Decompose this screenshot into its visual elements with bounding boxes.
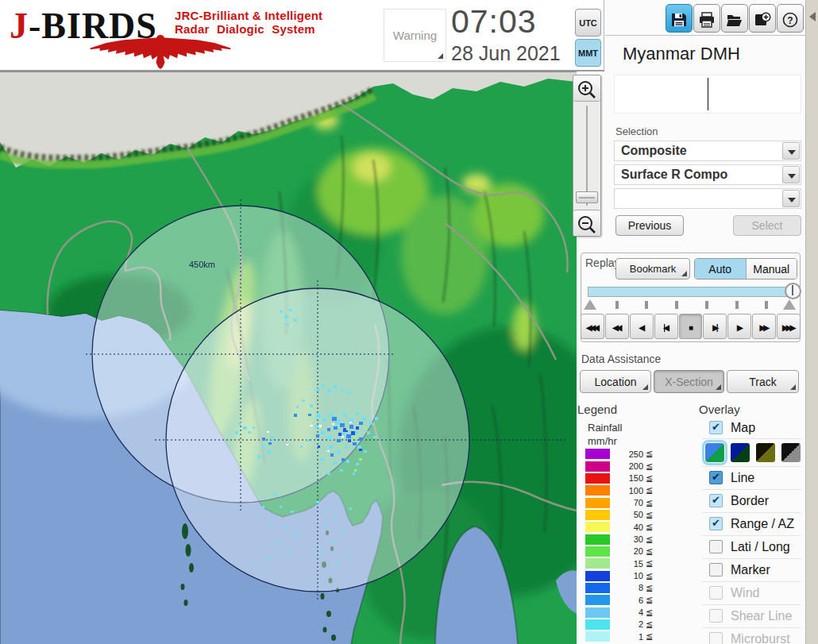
legend-operator: ≦: [646, 619, 653, 630]
zoom-in-icon: [577, 79, 597, 100]
map-checkbox[interactable]: [709, 421, 723, 434]
dropdown-value: Surface R Compo: [621, 168, 727, 182]
zoom-out-icon: [577, 214, 597, 235]
legend-color-swatch: [585, 595, 610, 605]
station-display-box: [614, 75, 801, 114]
timeline-end-marker[interactable]: [783, 299, 796, 310]
warning-button[interactable]: Warning: [384, 9, 446, 62]
map-style-swatch[interactable]: [781, 443, 801, 462]
legend-value: 8: [610, 583, 643, 592]
legend-operator: ≦: [646, 595, 653, 605]
overlay-checkbox[interactable]: [709, 563, 723, 577]
legend-value: 30: [610, 534, 643, 544]
jbirds-app-window: J-BIRDS JRC-Brilliant & Intelligent Rada…: [0, 0, 818, 644]
fast-forward-button[interactable]: ▶▶: [752, 314, 776, 339]
fast-rewind-button[interactable]: ◀◀: [605, 314, 629, 339]
panel-collapse-strip[interactable]: [805, 0, 818, 644]
bookmark-button[interactable]: Bookmark: [615, 258, 690, 280]
selection-dropdowns: Composite Surface R Compo: [614, 141, 801, 212]
legend-value: 100: [610, 486, 643, 496]
legend-color-swatch: [585, 522, 610, 532]
legend-row: 20 ≦: [585, 546, 665, 557]
selection-dropdown[interactable]: Surface R Compo: [614, 164, 801, 185]
track-button[interactable]: Track: [727, 370, 799, 393]
play-reverse-button[interactable]: ◀: [630, 314, 654, 339]
save-icon: [670, 11, 688, 29]
play-button[interactable]: ▶: [727, 314, 751, 339]
utc-button[interactable]: UTC: [575, 9, 601, 37]
overlay-checkbox[interactable]: [709, 517, 723, 530]
add-image-button[interactable]: [749, 4, 776, 33]
legend-section-label: Legend: [577, 403, 617, 416]
legend-operator: ≦: [646, 607, 653, 618]
manual-mode-button[interactable]: Manual: [746, 259, 797, 279]
replay-timeline-track[interactable]: [588, 287, 796, 297]
legend-row: 200 ≦: [585, 460, 665, 472]
open-folder-icon: [726, 11, 743, 29]
step-forward-button[interactable]: ▶|: [703, 314, 727, 339]
chevron-down-icon: [788, 150, 796, 155]
radar-map-view[interactable]: 450km: [0, 71, 577, 644]
map-style-swatch[interactable]: [756, 443, 775, 462]
dropdown-arrow-button[interactable]: [782, 142, 800, 160]
print-button[interactable]: [693, 4, 720, 33]
overlay-row: Marker: [702, 559, 801, 582]
overlay-checkbox[interactable]: [709, 609, 723, 623]
map-style-swatch[interactable]: [731, 443, 750, 462]
legend-row: 6 ≦: [585, 594, 665, 606]
legend-value: 70: [610, 498, 643, 507]
auto-mode-button[interactable]: Auto: [695, 259, 746, 279]
x-section-button[interactable]: X-Section: [654, 370, 724, 393]
overlay-label: Border: [731, 494, 769, 508]
legend-row: 4 ≦: [585, 606, 665, 618]
legend-color-swatch: [585, 510, 610, 520]
save-button[interactable]: [666, 4, 693, 33]
legend-color-swatch: [585, 558, 610, 569]
previous-button[interactable]: Previous: [615, 215, 684, 236]
zoom-out-button[interactable]: [573, 210, 600, 236]
location-button[interactable]: Location: [580, 370, 651, 393]
legend-color-swatch: [585, 449, 610, 459]
map-style-swatch[interactable]: [705, 443, 724, 462]
legend-row: 2 ≦: [585, 619, 665, 631]
overlay-checkbox[interactable]: [709, 494, 723, 507]
legend-value: 15: [610, 559, 643, 569]
mmt-button[interactable]: MMT: [575, 39, 601, 67]
legend-operator: ≦: [646, 583, 653, 593]
eagle-logo-icon: [5, 33, 316, 70]
legend-value: 200: [610, 461, 643, 471]
header: J-BIRDS JRC-Brilliant & Intelligent Rada…: [0, 0, 604, 71]
legend-value: 50: [610, 510, 643, 519]
overlay-checkbox[interactable]: [709, 586, 723, 600]
legend-row: 1 ≦: [585, 631, 665, 642]
legend-row: 250 ≦: [585, 448, 665, 460]
fastest-rewind-button[interactable]: ◀◀◀: [581, 314, 604, 339]
overlay-row: Border: [702, 490, 801, 513]
step-back-button[interactable]: |◀: [654, 314, 678, 339]
overlay-checkbox[interactable]: [709, 471, 723, 484]
select-button[interactable]: Select: [733, 215, 801, 236]
legend-operator: ≦: [646, 631, 653, 642]
fastest-forward-button[interactable]: ▶▶▶: [777, 314, 801, 339]
dropdown-arrow-button[interactable]: [782, 190, 800, 207]
legend-operator: ≦: [646, 473, 653, 484]
zoom-in-button[interactable]: [573, 75, 600, 102]
zoom-slider-handle[interactable]: [576, 191, 598, 203]
data-assistance-label: Data Assistance: [581, 353, 661, 365]
page-title: Myanmar DMH: [623, 44, 740, 64]
map-zoom-control: [573, 75, 601, 237]
open-folder-button[interactable]: [721, 4, 748, 33]
help-button[interactable]: ?: [777, 4, 804, 33]
toolbar-separator: [605, 35, 805, 36]
legend-value: 2: [610, 619, 643, 629]
overlay-checkbox[interactable]: [709, 540, 723, 553]
radar-map[interactable]: 450km: [0, 72, 577, 644]
stop-button[interactable]: ■: [679, 314, 703, 339]
legend-color-swatch: [585, 631, 610, 642]
legend-value: 4: [610, 607, 643, 617]
replay-timeline-thumb[interactable]: [785, 283, 801, 299]
dropdown-arrow-button[interactable]: [782, 166, 800, 183]
overlay-checkbox[interactable]: [709, 632, 723, 644]
selection-dropdown[interactable]: [614, 188, 801, 209]
selection-dropdown[interactable]: Composite: [614, 141, 801, 161]
